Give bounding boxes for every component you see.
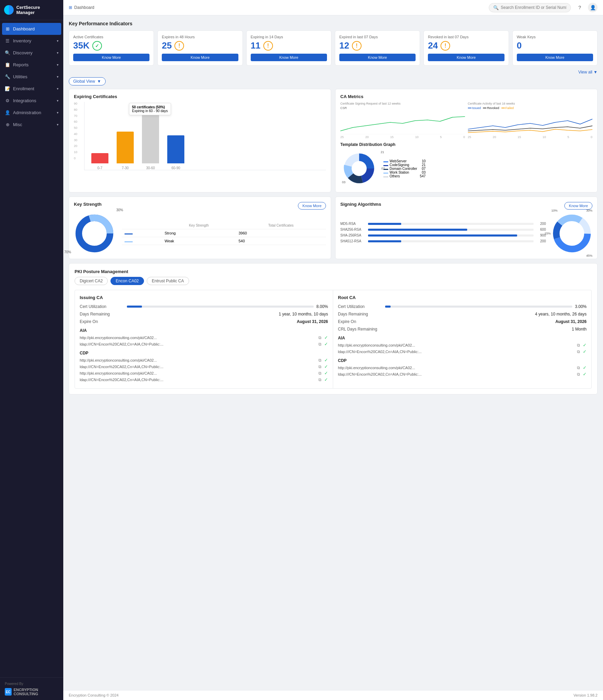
kpi-value-row-1: 25 ! [162,40,238,51]
root-days-label: Days Remaining [338,312,382,317]
copy-icon-1[interactable]: ⧉ [318,342,322,347]
search-bar[interactable]: 🔍 [489,3,571,12]
bar-group-3: 60-90 [167,135,184,170]
bar-2[interactable] [142,112,159,163]
bar-label-3: 60-90 [171,166,180,170]
kpi-know-more-btn-4[interactable]: Know More [428,54,504,61]
kpi-card-4: Revoked in last 07 Days 24 ! Know More [423,30,509,66]
bar-group-0: 0-7 [91,153,108,170]
algo-name-2: SHA-256RSA [340,233,366,237]
sidebar-item-reports[interactable]: 📋Reports▾ [0,59,63,71]
user-icon[interactable]: 👤 [588,3,598,12]
issuing-ca-title: Issuing CA [80,295,328,300]
ks-color-0 [124,233,133,234]
kpi-know-more-btn-2[interactable]: Know More [251,54,327,61]
url-icons-1: ⧉ ✓ [577,372,587,377]
url-icons-0: ⧉ ✓ [318,335,328,340]
chevron-icon: ▾ [57,99,58,103]
root-expire-row: Expire On August 31, 2026 [338,319,587,324]
pki-tab-0[interactable]: Digicert CA2 [75,277,108,285]
copy-icon-2[interactable]: ⧉ [318,371,322,376]
signing-algo-know-more[interactable]: Know More [564,202,592,210]
copy-icon-3[interactable]: ⧉ [318,377,322,382]
issuing-cert-util-value: 8.00% [316,304,328,309]
url-row-1: ldap:///CN=Encon%20CA02,Cn=AIA,CN=Public… [80,341,328,347]
copy-icon-1[interactable]: ⧉ [577,372,580,377]
issuing-days-value: 1 year, 10 months, 10 days [279,312,328,317]
ec-logo-mark: EC [5,688,12,696]
sidebar-item-utilities[interactable]: 🔧Utilities▾ [0,71,63,83]
ks-row-1: Weak 540 [122,237,326,245]
kpi-know-more-btn-0[interactable]: Know More [73,54,149,61]
ks-color-1 [124,241,133,242]
bar-0[interactable] [91,153,108,163]
help-icon[interactable]: ? [575,3,585,12]
issuing-expire-row: Expire On August 31, 2026 [80,319,328,324]
copy-icon-0[interactable]: ⧉ [577,343,580,348]
chevron-icon: ▾ [57,75,58,79]
kpi-value-3: 12 [339,40,349,51]
url-text-0: http://pki.encryptionconsulting.com/pki/… [338,366,577,370]
copy-icon-1[interactable]: ⧉ [318,364,322,369]
url-icons-0: ⧉ ✓ [577,342,587,348]
template-pie-chart [340,150,378,187]
algo-value-0: 200 [536,222,546,226]
copy-icon-1[interactable]: ⧉ [577,349,580,354]
issuing-ca-col: Issuing CA Cert Utilization 8.00% Days R… [75,290,333,388]
kpi-title: Key Performance Indicators [69,21,598,26]
activity-chart: Certificate Activity of last 16 weeks Is… [468,102,593,139]
root-cert-util-row: Cert Utilization 3.00% [338,304,587,309]
global-view-chevron: ▼ [97,79,101,84]
search-input[interactable] [501,5,566,10]
bar-1[interactable] [117,132,134,163]
sidebar-item-discovery[interactable]: 🔍Discovery▾ [0,47,63,59]
pki-tabs: Digicert CA2Encon CA02Entrust Public CA [75,277,592,285]
sidebar-item-integrations[interactable]: ⚙Integrations▾ [0,95,63,107]
kpi-know-more-btn-3[interactable]: Know More [339,54,416,61]
kpi-value-row-2: 11 ! [251,40,327,51]
chevron-icon: ▾ [57,51,58,55]
signing-algo-card: Signing Algorithms Know More MD5-RSA 200… [335,197,598,259]
url-icons-0: ⧉ ✓ [318,358,328,363]
utilities-nav-icon: 🔧 [5,74,10,79]
issuing-cert-util-fill [127,306,142,308]
copy-icon-0[interactable]: ⧉ [318,335,322,340]
key-strength-table: Key Strength Total Certificates Strong 3… [122,222,326,245]
footer-copy: Encryption Consulting © 2024 [69,693,119,697]
copy-icon-0[interactable]: ⧉ [318,358,322,363]
url-text-2: http://pki.encryptionconsulting.com/pki/… [80,371,318,375]
algo-bar-wrap-3 [368,240,534,242]
url-text-1: ldap:///CN=Encon%20CA02,Cn=AIA,CN=Public… [338,350,577,354]
chevron-icon: ▾ [57,111,58,115]
kpi-value-row-3: 12 ! [339,40,416,51]
svg-point-2 [352,161,367,176]
algo-value-3: 200 [536,239,546,243]
issuing-days-row: Days Remaining 1 year, 10 months, 10 day… [80,312,328,317]
bar-3[interactable] [167,135,184,164]
check-icon-0: ✓ [583,342,587,348]
sidebar-item-dashboard[interactable]: ⊞Dashboard [2,23,61,35]
global-view-button[interactable]: Global View ▼ [69,77,106,85]
view-all-link[interactable]: View all ▼ [69,70,598,75]
charts-row-2: Key Strength Know More 30% 70% [69,197,598,259]
pki-tab-1[interactable]: Encon CA02 [110,277,144,285]
kpi-know-more-btn-1[interactable]: Know More [162,54,238,61]
administration-nav-icon: 👤 [5,110,10,115]
check-icon-0: ✓ [324,335,328,340]
sidebar-item-label: Reports [13,62,29,67]
copy-icon-0[interactable]: ⧉ [577,365,580,370]
sidebar-item-administration[interactable]: 👤Administration▾ [0,107,63,119]
kpi-value-row-0: 35K ✓ [73,40,149,51]
pki-tab-2[interactable]: Entrust Public CA [147,277,189,285]
sidebar-item-enrollment[interactable]: 📝Enrollment▾ [0,83,63,95]
key-strength-know-more[interactable]: Know More [298,202,326,210]
sidebar-item-inventory[interactable]: ☰Inventory▾ [0,35,63,47]
kpi-know-more-btn-5[interactable]: Know More [517,54,593,61]
breadcrumb-icon: ⊞ [69,5,72,10]
url-row-0: http://pki.encryptionconsulting.com/pki/… [338,342,587,348]
activity-line-chart [468,110,593,134]
sidebar-item-misc[interactable]: ⊕Misc▾ [0,119,63,131]
root-days-row: Days Remaining 4 years, 10 months, 26 da… [338,312,587,317]
bar-group-1: 7-30 [117,132,134,170]
powered-by-label: Powered By [5,682,58,686]
